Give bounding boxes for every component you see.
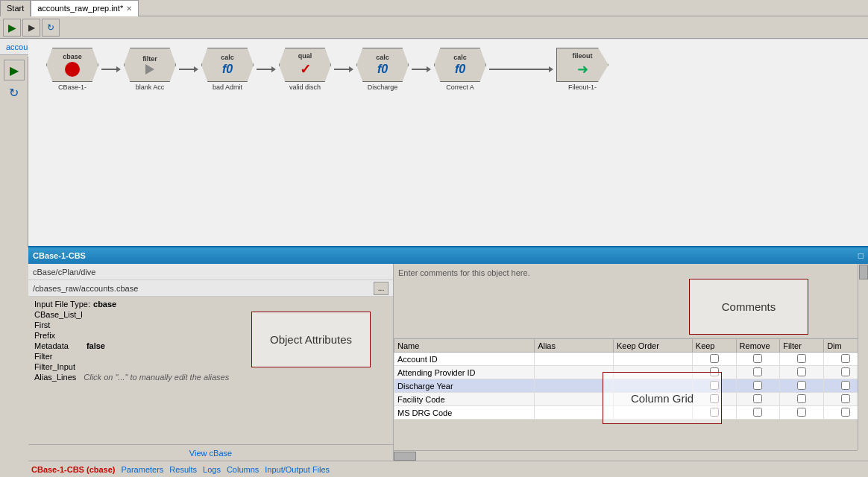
cell-filter-3[interactable]: [780, 393, 824, 406]
cell-filter-2[interactable]: [780, 379, 824, 393]
play-button[interactable]: ▶: [3, 19, 21, 37]
cell-keep-2[interactable]: [692, 379, 736, 393]
flow-container: cbase CBase-1- filter blank Acc calc f0 …: [43, 48, 611, 91]
comments-area[interactable]: Enter comments for this object here. Com…: [394, 264, 868, 338]
comments-box-label: Comments: [722, 300, 776, 313]
sidebar-icon-play[interactable]: ▶: [22, 19, 40, 37]
node-cbase[interactable]: cbase CBase-1-: [46, 48, 98, 91]
node-calc1[interactable]: calc f0 bad Admit: [201, 48, 254, 91]
attr-first: First: [34, 320, 387, 329]
checkbox-remove-3[interactable]: [753, 394, 762, 403]
sidebar-refresh-icon[interactable]: ↻: [4, 82, 25, 103]
checkbox-filter-1[interactable]: [797, 367, 806, 376]
checkbox-keep-4[interactable]: [710, 408, 719, 417]
filter-play-icon: [145, 64, 154, 75]
cell-remove-3[interactable]: [736, 393, 780, 406]
grid-scrollbar-v[interactable]: [858, 338, 868, 450]
checkbox-filter-4[interactable]: [797, 408, 806, 417]
cell-filter-4[interactable]: [780, 406, 824, 420]
panel-expand-icon[interactable]: □: [858, 250, 864, 261]
cell-remove-1[interactable]: [736, 366, 780, 379]
sidebar-run-icon[interactable]: ▶: [4, 60, 25, 80]
node-fileout[interactable]: fileout ➜ Fileout-1-: [556, 48, 608, 91]
tab-columns[interactable]: Columns: [227, 465, 259, 474]
fileout-arrow-icon: ➜: [577, 61, 588, 78]
table-row: Account ID: [394, 353, 868, 366]
checkbox-dim-1[interactable]: [841, 367, 850, 376]
node-qual[interactable]: qual ✓ valid disch: [279, 48, 331, 91]
cell-alias-0: [535, 353, 614, 366]
cell-alias-2: [535, 379, 614, 393]
toolbar: ▶ ▶ ↻: [0, 16, 868, 39]
cell-keep-0[interactable]: [692, 353, 736, 366]
tab-logs[interactable]: Logs: [203, 465, 221, 474]
calc2-icon: f0: [377, 63, 388, 76]
cell-remove-2[interactable]: [736, 379, 780, 393]
tab-active[interactable]: accounts_raw_prep.int* ✕: [31, 0, 139, 16]
cell-filter-0[interactable]: [780, 353, 824, 366]
node-calc3-bottom-label: Correct A: [446, 83, 474, 91]
sidebar-icon-refresh[interactable]: ↻: [42, 19, 60, 37]
bottom-panel: CBase-1-CBS □ cBase/cPlan/dive /cbases_r…: [28, 246, 868, 477]
connector-1: [179, 66, 198, 72]
attr-filter: Filter: [34, 352, 387, 361]
tab-results[interactable]: Results: [169, 465, 197, 474]
tab-parameters[interactable]: Parameters: [121, 465, 163, 474]
cell-keep-order-3: [613, 393, 692, 406]
checkbox-keep-0[interactable]: [710, 354, 719, 363]
cell-filter-1[interactable]: [780, 366, 824, 379]
comments-placeholder: Enter comments for this object here.: [398, 268, 864, 277]
checkbox-filter-0[interactable]: [797, 354, 806, 363]
checkbox-remove-2[interactable]: [753, 381, 762, 390]
calc3-icon: f0: [455, 63, 465, 76]
attr-cbase-list: CBase_List_l: [34, 310, 387, 319]
checkbox-remove-1[interactable]: [753, 367, 762, 376]
path-browse-button[interactable]: ...: [374, 282, 389, 295]
node-calc2-bottom-label: Discharge: [368, 83, 398, 91]
checkbox-dim-4[interactable]: [841, 408, 850, 417]
tab-start[interactable]: Start: [0, 0, 31, 16]
comments-box: Comments: [689, 279, 808, 335]
col-header-alias: Alias: [535, 339, 614, 353]
attr-input-file-type: Input File Type: cbase: [34, 300, 387, 309]
node-calc2[interactable]: calc f0 Discharge: [356, 48, 409, 91]
column-grid: Name Alias Keep Order Keep Remove Filter…: [394, 338, 868, 420]
cell-keep-3[interactable]: [692, 393, 736, 406]
checkbox-filter-3[interactable]: [797, 394, 806, 403]
table-row: Attending Provider ID: [394, 366, 868, 379]
cell-remove-0[interactable]: [736, 353, 780, 366]
calc1-icon: f0: [222, 63, 233, 76]
qual-checkmark-icon: ✓: [300, 61, 311, 78]
attr-filter-input: Filter_Input: [34, 362, 387, 371]
checkbox-filter-2[interactable]: [797, 381, 806, 390]
checkbox-keep-2[interactable]: [710, 381, 719, 390]
panel-content: cBase/cPlan/dive /cbases_raw/accounts.cb…: [28, 264, 868, 461]
checkbox-dim-2[interactable]: [841, 381, 850, 390]
checkbox-keep-1[interactable]: [710, 367, 719, 376]
checkbox-remove-4[interactable]: [753, 408, 762, 417]
tab-cbase-cbs[interactable]: CBase-1-CBS (cbase): [31, 465, 115, 474]
tab-start-label: Start: [7, 4, 24, 13]
col-header-name: Name: [394, 339, 535, 353]
scrollbar-h-thumb: [394, 452, 416, 461]
scrollbar-v[interactable]: [858, 264, 868, 338]
node-calc3[interactable]: calc f0 Correct A: [434, 48, 486, 91]
checkbox-dim-0[interactable]: [841, 354, 850, 363]
cell-keep-4[interactable]: [692, 406, 736, 420]
view-cbase-button[interactable]: View cBase: [28, 444, 393, 461]
cell-remove-4[interactable]: [736, 406, 780, 420]
node-filter[interactable]: filter blank Acc: [124, 48, 176, 91]
node-cbase-top-label: cbase: [63, 53, 82, 60]
node-qual-top-label: qual: [298, 52, 312, 60]
checkbox-remove-0[interactable]: [753, 354, 762, 363]
grid-scrollbar-h[interactable]: [394, 450, 858, 461]
checkbox-dim-3[interactable]: [841, 394, 850, 403]
left-subpanel: cBase/cPlan/dive /cbases_raw/accounts.cb…: [28, 264, 394, 461]
cell-keep-1[interactable]: [692, 366, 736, 379]
tab-input-output-files[interactable]: Input/Output Files: [265, 465, 330, 474]
right-subpanel: Enter comments for this object here. Com…: [394, 264, 868, 461]
cell-name-1: Attending Provider ID: [394, 366, 535, 379]
checkbox-keep-3[interactable]: [710, 394, 719, 403]
close-icon[interactable]: ✕: [126, 4, 132, 13]
col-header-remove: Remove: [736, 339, 780, 353]
